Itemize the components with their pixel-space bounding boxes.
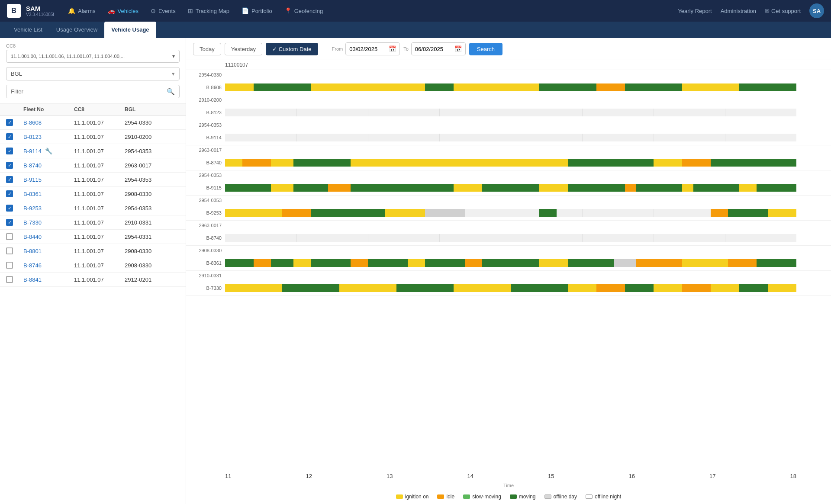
table-row[interactable]: ✓ B-9253 11.1.001.07 2954-0353 [0,201,186,215]
grid-line [439,234,440,242]
nav-vehicles[interactable]: 🚗 Vehicles [103,0,144,22]
gantt-segment [728,259,757,267]
header-bgl: BGL [125,106,175,112]
table-row[interactable]: B-8746 11.1.001.07 2908-0330 [0,258,186,273]
vehicle-checkbox-4[interactable]: ✓ [6,176,13,183]
table-row[interactable]: B-8801 11.1.001.07 2908-0330 [0,244,186,258]
gantt-segment [351,184,454,192]
fleet-no-1: B-8123 [23,134,74,140]
gantt-body[interactable]: 2954-0330 B-8608 2910-0200 B-8123 2954-0… [186,70,831,470]
to-calendar-icon[interactable]: 📅 [454,45,462,52]
sub-navigation: Vehicle List Usage Overview Vehicle Usag… [0,22,831,38]
bgl-0: 2954-0330 [125,119,175,126]
table-row[interactable]: ✓ B-7330 11.1.001.07 2910-0331 [0,215,186,230]
sub-nav-usage-overview[interactable]: Usage Overview [49,22,104,38]
gantt-segment [271,159,294,167]
gantt-segment [339,83,425,91]
nav-tracking-map[interactable]: ⊞ Tracking Map [183,0,235,22]
vehicle-checkbox-10[interactable] [6,262,13,269]
custom-date-button[interactable]: ✓ Custom Date [266,43,318,55]
vehicle-checkbox-6[interactable]: ✓ [6,205,13,212]
nav-yearly-report[interactable]: Yearly Report [678,8,712,14]
table-row[interactable]: ✓ B-8361 11.1.001.07 2908-0330 [0,187,186,201]
gantt-segment [454,284,511,292]
grid-line [511,234,511,242]
nav-get-support[interactable]: ✉ Get support [765,8,801,14]
app-logo: B [7,4,21,18]
sub-nav-vehicle-usage[interactable]: Vehicle Usage [104,22,156,38]
nav-geofencing[interactable]: 📍 Geofencing [279,0,329,22]
table-row[interactable]: ✓ B-8123 11.1.001.07 2910-0200 [0,130,186,144]
to-date-input[interactable] [415,46,452,52]
grid-line [582,109,583,116]
fleet-no-7: B-7330 [23,219,74,226]
vehicle-checkbox-1[interactable]: ✓ [6,133,13,140]
nav-portfolio[interactable]: 📄 Portfolio [236,0,277,22]
filter-search-button[interactable]: 🔍 [162,85,179,98]
table-row[interactable]: ✓ B-8608 11.1.001.07 2954-0330 [0,116,186,130]
table-row[interactable]: B-8440 11.1.001.07 2954-0331 [0,230,186,244]
sub-nav-vehicle-usage-label: Vehicle Usage [111,26,149,33]
gantt-segment [271,184,294,192]
vehicle-checkbox-7[interactable]: ✓ [6,219,13,226]
gantt-segment [293,159,351,167]
vehicle-checkbox-2[interactable]: ✓ [6,148,13,154]
from-date-input[interactable] [349,46,386,52]
from-calendar-icon[interactable]: 📅 [389,45,396,52]
vehicle-checkbox-3[interactable]: ✓ [6,162,13,169]
gantt-track [225,109,796,116]
yesterday-button[interactable]: Yesterday [225,43,262,55]
cc8-6: 11.1.001.07 [74,205,125,212]
filter-input[interactable] [6,85,162,98]
nav-alarms[interactable]: 🔔 Alarms [63,0,100,22]
legend-color [586,494,593,499]
geofencing-icon: 📍 [284,7,292,14]
gantt-vehicle-row: B-9115 [186,180,831,196]
table-row[interactable]: ✓ B-8740 11.1.001.07 2963-0017 [0,158,186,173]
gantt-segment [711,284,739,292]
gantt-segment [408,259,425,267]
time-label: 13 [387,473,393,479]
table-row[interactable]: ✓ B-9115 11.1.001.07 2954-0353 [0,173,186,187]
vehicle-checkbox-9[interactable] [6,247,13,254]
gantt-segment [682,259,728,267]
nav-administration[interactable]: Administration [721,8,756,14]
sub-nav-usage-overview-label: Usage Overview [56,26,97,33]
cc8-9: 11.1.001.07 [74,248,125,254]
nav-portfolio-label: Portfolio [251,8,272,14]
grid-line [368,109,368,116]
cc8-dropdown[interactable]: 11.1.001.00, 11.1.001.06, 11.1.001.07, 1… [6,50,180,63]
sub-nav-vehicle-list[interactable]: Vehicle List [7,22,49,38]
vehicle-checkbox-8[interactable] [6,233,13,240]
grid-line [654,209,654,217]
header-scroll [175,106,180,112]
grid-line [654,234,654,242]
gantt-track [225,159,796,167]
gantt-segment [282,209,311,217]
table-row[interactable]: ✓ B-9114 🔧 11.1.001.07 2954-0353 [0,144,186,158]
bgl-dropdown[interactable]: BGL ▾ [6,67,180,80]
vehicle-checkbox-0[interactable]: ✓ [6,119,13,126]
legend-label: moving [519,494,536,500]
nav-events[interactable]: ⊙ Events [145,0,181,22]
grid-line [368,134,368,141]
vehicle-checkbox-11[interactable] [6,276,13,283]
user-avatar[interactable]: SA [809,3,824,18]
gantt-segment [682,83,739,91]
gantt-segment [225,259,254,267]
today-button[interactable]: Today [193,43,221,55]
header-fleet-no: Fleet No [23,106,74,112]
search-button[interactable]: Search [469,43,502,55]
x-axis: 1112131415161718 [186,470,831,482]
table-row[interactable]: B-8841 11.1.001.07 2912-0201 [0,273,186,287]
gantt-track [225,284,796,292]
gantt-segment [425,83,454,91]
grid-line [725,109,725,116]
cc8-7: 11.1.001.07 [74,219,125,226]
gantt-segment [225,184,271,192]
bgl-10: 2908-0330 [125,262,175,269]
vehicle-checkbox-5[interactable]: ✓ [6,190,13,197]
fleet-no-6: B-9253 [23,205,74,212]
gantt-segment [368,259,408,267]
gantt-segment [328,184,351,192]
